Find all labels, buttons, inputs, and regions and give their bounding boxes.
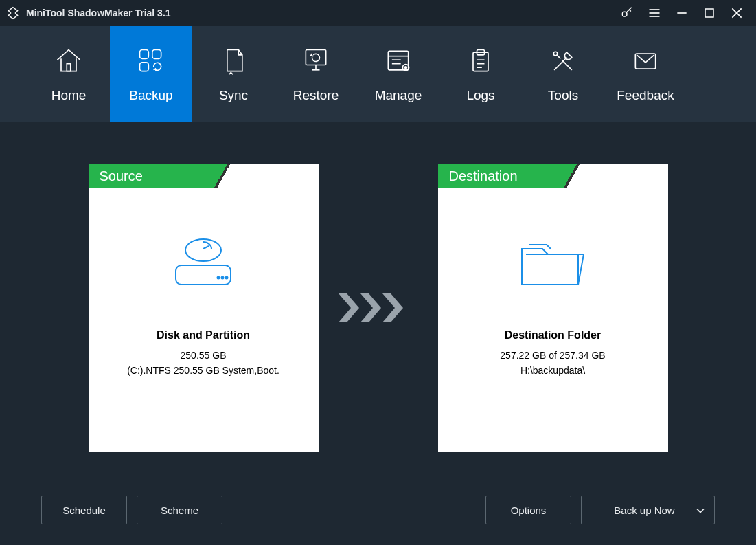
nav-manage[interactable]: Manage xyxy=(357,26,439,122)
source-title: Disk and Partition xyxy=(89,329,319,342)
nav-label: Logs xyxy=(466,88,494,103)
svg-point-20 xyxy=(405,67,407,69)
logs-icon xyxy=(465,45,496,77)
svg-rect-5 xyxy=(705,9,713,17)
feedback-icon xyxy=(630,45,661,77)
titlebar: MiniTool ShadowMaker Trial 3.1 xyxy=(0,0,756,26)
nav-label: Backup xyxy=(129,88,172,103)
sync-icon xyxy=(218,45,249,77)
maximize-button[interactable] xyxy=(696,0,723,26)
backup-now-label: Back up Now xyxy=(614,504,674,516)
backup-now-button[interactable]: Back up Now xyxy=(581,496,715,524)
key-button[interactable] xyxy=(613,0,641,26)
tools-icon xyxy=(547,45,579,77)
destination-title: Destination Folder xyxy=(438,329,668,342)
restore-icon xyxy=(300,45,332,77)
source-size: 250.55 GB xyxy=(89,350,319,361)
svg-rect-11 xyxy=(140,63,149,71)
manage-icon xyxy=(382,45,414,77)
nav-restore[interactable]: Restore xyxy=(275,26,357,122)
navbar: Home Backup Sync Restore Manage Logs T xyxy=(0,26,756,122)
schedule-button[interactable]: Schedule xyxy=(41,496,127,524)
svg-point-31 xyxy=(222,277,224,279)
destination-size: 257.22 GB of 257.34 GB xyxy=(438,350,668,361)
source-header: Source xyxy=(89,164,212,188)
disk-icon xyxy=(89,226,319,302)
svg-rect-9 xyxy=(140,50,149,59)
chevron-down-icon xyxy=(696,504,705,516)
nav-label: Feedback xyxy=(617,88,674,103)
minimize-button[interactable] xyxy=(668,0,696,26)
app-title: MiniTool ShadowMaker Trial 3.1 xyxy=(26,8,171,19)
close-button[interactable] xyxy=(723,0,751,26)
nav-tools[interactable]: Tools xyxy=(522,26,604,122)
home-icon xyxy=(53,45,84,77)
nav-backup[interactable]: Backup xyxy=(110,26,192,122)
nav-label: Home xyxy=(51,88,87,103)
nav-label: Tools xyxy=(548,88,578,103)
nav-feedback[interactable]: Feedback xyxy=(604,26,687,122)
nav-home[interactable]: Home xyxy=(27,26,110,122)
nav-sync[interactable]: Sync xyxy=(192,26,275,122)
source-detail: (C:).NTFS 250.55 GB System,Boot. xyxy=(89,365,319,376)
svg-line-27 xyxy=(557,55,561,59)
destination-header: Destination xyxy=(438,164,562,188)
svg-rect-8 xyxy=(67,64,71,71)
options-button[interactable]: Options xyxy=(485,496,571,524)
arrows-icon xyxy=(334,164,423,452)
footer: Schedule Scheme Options Back up Now xyxy=(41,496,715,524)
nav-label: Manage xyxy=(375,88,422,103)
nav-label: Sync xyxy=(219,88,248,103)
svg-point-32 xyxy=(226,277,228,279)
destination-path: H:\backupdata\ xyxy=(438,365,668,376)
menu-button[interactable] xyxy=(641,0,668,26)
svg-point-0 xyxy=(622,12,627,16)
nav-label: Restore xyxy=(293,88,339,103)
backup-icon xyxy=(135,45,167,77)
svg-point-30 xyxy=(218,277,220,279)
nav-logs[interactable]: Logs xyxy=(439,26,522,122)
scheme-button[interactable]: Scheme xyxy=(137,496,222,524)
content: Source Disk an xyxy=(0,122,756,545)
app-logo-icon xyxy=(5,5,21,21)
svg-rect-29 xyxy=(176,265,231,285)
svg-rect-12 xyxy=(306,50,325,65)
destination-panel[interactable]: Destination Destination Folder 257.22 GB… xyxy=(438,164,668,452)
folder-icon xyxy=(438,226,668,302)
source-panel[interactable]: Source Disk an xyxy=(89,164,319,452)
svg-line-34 xyxy=(203,246,209,249)
svg-rect-10 xyxy=(152,50,161,59)
